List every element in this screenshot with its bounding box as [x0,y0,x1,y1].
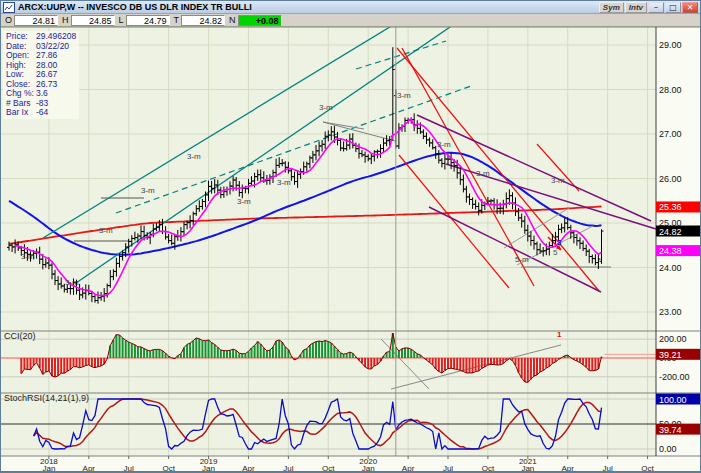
quote-field-label-H: H [58,15,71,25]
x-axis-month-label: Jul [124,464,134,472]
quote-field-value-O: 24.81 [14,15,58,26]
stochrsi-panel-label: StochRSI(14,21(1),9) [4,393,89,403]
quote-bar: O24.81H24.85L24.79T24.82N+0.08 [1,14,700,27]
x-axis-month-label: Jul [443,464,453,472]
stochrsi-value-badge: 100.00 [656,394,701,405]
quote-change-label: N [225,15,238,25]
annotation-label: 3-m [277,178,291,187]
quote-field-label-L: L [115,15,126,25]
chart-area[interactable]: 3-m3-m3-m3-m3-m3-m3-m3-m3-m3-m3-m3-m5-m5… [1,27,701,471]
annotation-label: 3 [557,238,562,247]
x-axis-month-label: Oct [641,464,654,472]
x-axis-month-label: Apr [562,464,575,472]
price-badge: 24.82 [656,226,701,237]
minimize-button[interactable]: – [648,2,664,13]
annotation-label: 3-m [21,252,35,261]
price-axis-label: 28.00 [659,85,682,95]
annotation-label: 3-m [141,186,155,195]
x-axis-month-label: Jan [42,464,55,472]
svg-text:39.21: 39.21 [659,350,682,360]
chart-window: ARCX:UUP,W -- INVESCO DB US DLR INDEX TR… [0,0,701,473]
svg-text:24.38: 24.38 [659,246,682,256]
quote-field-label-O: O [1,15,14,25]
annotation-label: 3-m [319,103,333,112]
price-axis-label: 26.00 [659,174,682,184]
quote-change-value: +0.08 [238,15,282,26]
x-axis-month-label: Oct [482,464,495,472]
x-axis-month-label: Oct [322,464,335,472]
x-axis-month-label: Apr [242,464,255,472]
maximize-button[interactable]: □ [665,2,681,13]
annotation-label: 3-m [397,91,411,100]
annotation-label: 3-m [99,226,113,235]
annotation-label: 3-m [437,140,451,149]
annotation-label: 3-m [237,197,251,206]
x-axis-month-label: Jan [521,464,534,472]
price-axis-label: 23.00 [659,307,682,317]
price-axis-label: 24.00 [659,263,682,273]
price-badge: 24.38 [656,245,701,256]
x-axis-month-label: Jul [283,464,293,472]
data-panel-row: Bar Ix-64 [6,108,76,118]
price-badge: 25.36 [656,201,701,212]
quote-field-value-L: 24.79 [126,15,170,26]
close-button[interactable]: ✕ [682,2,698,13]
svg-text:39.74: 39.74 [659,425,682,435]
chart-app-icon [3,2,15,13]
annotation-label: 3-m [476,169,490,178]
annotation-label: 3-m [187,152,201,161]
svg-text:25.36: 25.36 [659,202,682,212]
quote-field-value-H: 24.85 [71,15,115,26]
annotation-label: 5-m [515,255,529,264]
stochrsi-value-badge: 39.74 [656,424,701,435]
data-panel: Price:29.496208Date:03/22/20Open:27.86Hi… [3,31,79,119]
x-axis-month-label: Apr [83,464,96,472]
svg-text:100.00: 100.00 [659,395,687,405]
x-axis-month-label: Jul [603,464,613,472]
annotation-label: 3-m [551,176,565,185]
quote-field-value-T: 24.82 [181,15,225,26]
chart-backgrounds [1,27,701,471]
intv-button[interactable]: Intv [625,2,647,13]
titlebar[interactable]: ARCX:UUP,W -- INVESCO DB US DLR INDEX TR… [1,1,700,14]
sym-button[interactable]: Sym [599,2,624,13]
x-axis-month-label: Jan [202,464,215,472]
x-axis-month-label: Jan [362,464,375,472]
svg-text:24.82: 24.82 [659,227,682,237]
cci-value-badge: 39.21 [656,349,701,360]
cci-panel-label: CCI(20) [4,331,36,341]
annotation-label: 3-m [65,278,79,287]
cci-axis-label: -200.00 [659,372,690,382]
cci-axis-label: 200.00 [659,334,687,344]
x-axis-month-label: Oct [162,464,175,472]
window-title: ARCX:UUP,W -- INVESCO DB US DLR INDEX TR… [18,2,252,12]
price-axis-label: 27.00 [659,129,682,139]
price-chart-svg[interactable]: 3-m3-m3-m3-m3-m3-m3-m3-m3-m3-m3-m3-m5-m5… [1,27,701,471]
quote-field-label-T: T [170,15,182,25]
price-axis-label: 29.00 [659,40,682,50]
stochrsi-axis-label: 0.00 [659,444,677,454]
annotation-label: 5 [553,248,558,257]
x-axis-month-label: Apr [402,464,415,472]
